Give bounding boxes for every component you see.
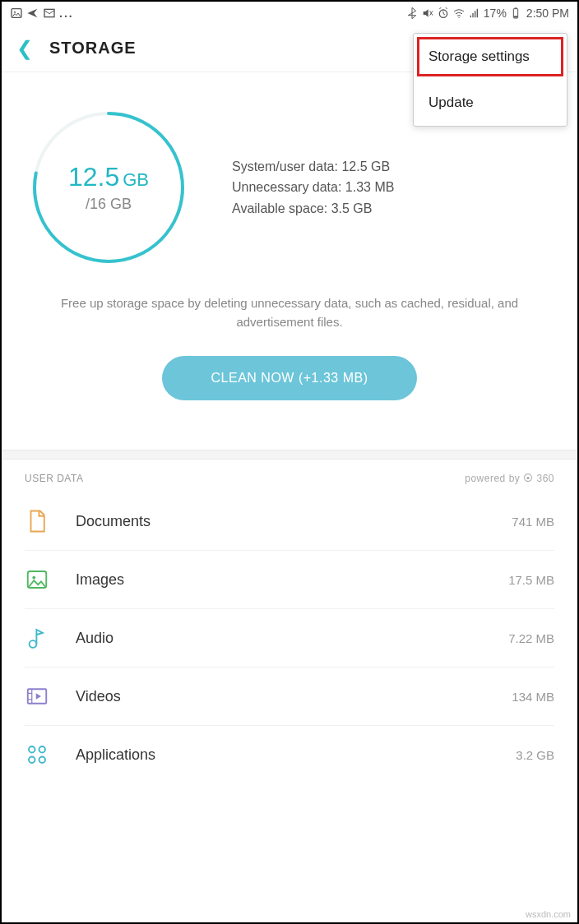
svg-rect-2: [44, 9, 54, 16]
image-icon: [25, 567, 49, 592]
user-data-header: USER DATA powered by ⦿ 360: [2, 460, 577, 492]
status-bar: ... 17% 2:50 PM: [2, 2, 577, 25]
menu-update[interactable]: Update: [414, 80, 567, 126]
svg-point-17: [39, 757, 46, 764]
list-size: 3.2 GB: [516, 748, 554, 762]
watermark: wsxdn.com: [526, 909, 571, 919]
list-label: Videos: [76, 688, 485, 705]
bluetooth-icon: [405, 7, 419, 20]
stat-unnecessary: Unnecessary data: 1.33 MB: [232, 177, 553, 198]
notify-send-icon: [26, 7, 39, 20]
storage-hint: Free up storage space by deleting unnece…: [43, 270, 536, 340]
svg-point-16: [29, 757, 35, 764]
list-size: 7.22 MB: [508, 631, 554, 645]
list-item-images[interactable]: Images 17.5 MB: [25, 551, 554, 609]
list-item-applications[interactable]: Applications 3.2 GB: [25, 726, 554, 783]
video-icon: [25, 684, 49, 709]
mute-icon: [421, 7, 434, 20]
battery-icon: [509, 7, 522, 20]
list-label: Images: [76, 571, 482, 589]
menu-storage-settings[interactable]: Storage settings: [414, 34, 567, 80]
svg-point-4: [458, 17, 459, 18]
total-value: /16 GB: [86, 196, 132, 213]
svg-point-11: [32, 576, 35, 580]
list-size: 741 MB: [512, 515, 554, 529]
svg-point-15: [39, 746, 46, 753]
svg-rect-7: [514, 16, 517, 17]
storage-ring: 12.5GB /16 GB: [26, 105, 191, 270]
used-value: 12.5: [68, 162, 119, 192]
audio-icon: [25, 626, 49, 650]
list-size: 17.5 MB: [508, 573, 554, 587]
user-data-heading: USER DATA: [25, 473, 83, 484]
stat-system: System/user data: 12.5 GB: [232, 156, 553, 178]
apps-icon: [25, 742, 49, 767]
wifi-icon: [452, 7, 466, 20]
svg-point-12: [30, 640, 37, 648]
svg-point-1: [14, 12, 16, 13]
notify-mail-icon: [43, 7, 56, 20]
svg-point-14: [29, 746, 35, 753]
clean-now-button[interactable]: CLEAN NOW (+1.33 MB): [162, 356, 418, 400]
list-item-documents[interactable]: Documents 741 MB: [25, 492, 554, 551]
overflow-menu: Storage settings Update: [413, 33, 567, 127]
section-divider: [2, 450, 577, 460]
signal-icon: [468, 7, 481, 20]
powered-by: powered by ⦿ 360: [465, 473, 554, 484]
list-item-videos[interactable]: Videos 134 MB: [25, 668, 554, 726]
storage-summary: 12.5GB /16 GB System/user data: 12.5 GB …: [2, 72, 577, 450]
svg-rect-6: [515, 7, 517, 8]
list-label: Applications: [76, 746, 489, 764]
alarm-icon: [437, 7, 450, 20]
stat-available: Available space: 3.5 GB: [232, 198, 553, 219]
user-data-list: Documents 741 MB Images 17.5 MB Audio 7.…: [2, 492, 577, 783]
page-title: STORAGE: [49, 39, 137, 58]
list-label: Audio: [76, 630, 482, 647]
list-item-audio[interactable]: Audio 7.22 MB: [25, 609, 554, 668]
used-unit: GB: [123, 169, 149, 190]
back-icon[interactable]: ❮: [16, 37, 33, 60]
notify-image-icon: [10, 7, 23, 20]
document-icon: [25, 509, 49, 534]
list-size: 134 MB: [512, 690, 554, 704]
battery-pct: 17%: [484, 7, 507, 20]
notify-more: ...: [59, 7, 74, 20]
list-label: Documents: [76, 513, 485, 530]
clock-time: 2:50 PM: [526, 7, 569, 20]
